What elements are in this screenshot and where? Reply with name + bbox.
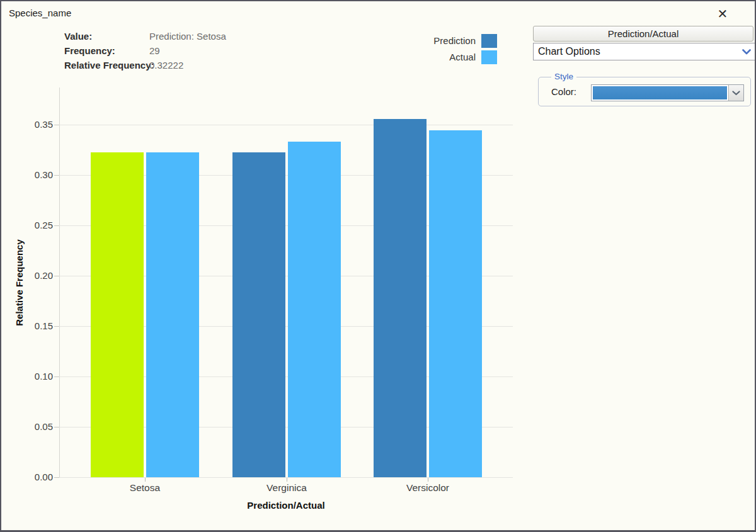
color-swatch [593,86,727,99]
y-tick-label: 0.20 [20,270,53,281]
bar-verginica-actual[interactable] [288,142,341,477]
x-tick-label: Setosa [101,482,189,494]
bar-chart: Relative Frequency 0.000.050.100.150.200… [1,1,524,532]
y-tick-label: 0.00 [20,472,53,482]
chevron-down-icon [728,85,743,101]
bar-versicolor-prediction[interactable] [374,119,427,477]
gridline [59,477,513,478]
prediction-actual-button[interactable]: Prediction/Actual [533,26,753,42]
chevron-down-icon [738,49,755,55]
x-tick [287,478,287,482]
y-tick [54,175,59,176]
x-tick [145,478,146,482]
bar-setosa-actual[interactable] [146,152,199,477]
y-tick-label: 0.35 [20,119,53,130]
x-tick-label: Versicolor [384,482,472,494]
bar-versicolor-actual[interactable] [429,130,482,477]
style-groupbox: Style Color: [538,77,751,106]
y-tick [54,326,59,327]
y-axis-title: Relative Frequency [14,239,25,326]
style-groupbox-title: Style [551,72,576,81]
chart-options-dropdown[interactable]: Chart Options [533,43,755,60]
y-tick-label: 0.30 [20,169,53,180]
y-tick-label: 0.10 [20,371,53,382]
y-tick-label: 0.05 [20,421,53,432]
y-tick-label: 0.25 [20,220,53,230]
color-dropdown[interactable] [591,84,744,101]
chart-window: Species_name ✕ Value: Prediction: Setosa… [0,0,756,532]
prediction-actual-button-label: Prediction/Actual [608,28,679,39]
gridline [59,125,513,125]
close-button[interactable]: ✕ [713,5,732,23]
y-tick [54,225,59,226]
x-tick-label: Verginica [243,482,331,494]
color-label: Color: [551,86,576,97]
y-tick-label: 0.15 [20,320,53,331]
bar-setosa-prediction[interactable] [91,152,144,477]
bar-verginica-prediction[interactable] [232,152,285,477]
close-icon: ✕ [718,6,728,21]
y-tick [54,427,59,427]
x-axis-title: Prediction/Actual [223,500,349,511]
y-tick [54,477,59,478]
y-tick [54,276,59,276]
y-tick [54,376,59,377]
chart-options-dropdown-value: Chart Options [534,46,738,57]
x-tick [428,478,428,482]
y-tick [54,125,59,125]
y-axis-line [59,88,60,478]
